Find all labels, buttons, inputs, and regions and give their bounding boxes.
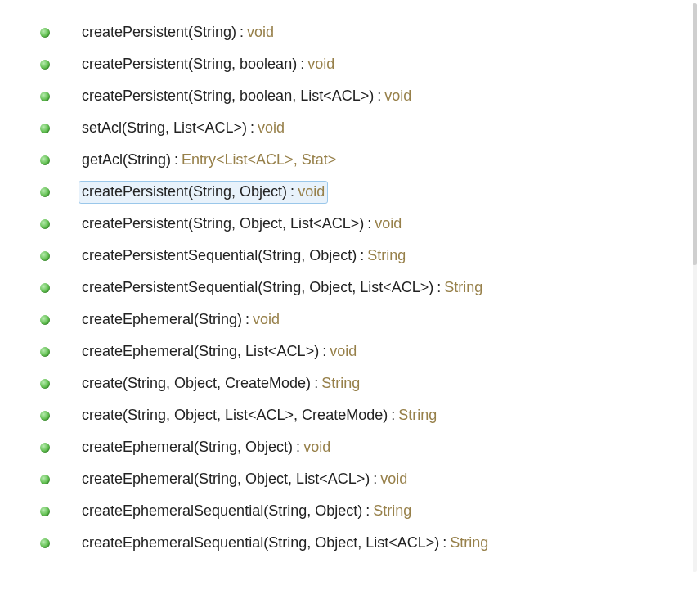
public-method-icon (39, 218, 51, 230)
outline-item-label: createEphemeral(String) : void (79, 309, 283, 331)
public-method-icon (39, 346, 51, 358)
outline-view: createPersistent(String) : void createPe… (0, 0, 700, 575)
outline-item[interactable]: createPersistent(String) : void (0, 16, 700, 48)
public-method-icon (39, 187, 51, 198)
outline-item-label: createPersistentSequential(String, Objec… (79, 277, 486, 300)
outline-item-label: createPersistent(String, Object) : void (79, 181, 328, 204)
outline-item[interactable]: createPersistent(String, boolean) : void (0, 48, 700, 80)
public-method-icon (39, 91, 51, 102)
public-method-icon (39, 282, 51, 294)
public-method-icon (39, 250, 51, 262)
outline-item-label: createPersistent(String) : void (79, 21, 277, 44)
outline-item-label: setAcl(String, List<ACL>) : void (79, 117, 288, 140)
outline-item[interactable]: createPersistent(String, Object, List<AC… (0, 208, 700, 240)
outline-item[interactable]: createPersistent(String, boolean, List<A… (0, 80, 700, 112)
public-method-icon (39, 155, 51, 166)
outline-item[interactable]: setAcl(String, List<ACL>) : void (0, 112, 700, 144)
outline-item[interactable]: createEphemeral(String, List<ACL>) : voi… (0, 336, 700, 367)
outline-item[interactable]: createPersistentSequential(String, Objec… (0, 240, 700, 272)
outline-item-label: create(String, Object, List<ACL>, Create… (79, 404, 440, 427)
outline-item[interactable]: createEphemeral(String, Object, List<ACL… (0, 463, 700, 495)
outline-item-label: createEphemeral(String, Object, List<ACL… (79, 468, 411, 491)
outline-item-label: createEphemeralSequential(String, Object… (79, 532, 491, 555)
outline-item[interactable]: getAcl(String) : Entry<List<ACL>, Stat> (0, 144, 700, 176)
outline-item[interactable]: createPersistentSequential(String, Objec… (0, 272, 700, 304)
outline-item[interactable]: createEphemeralSequential(String, Object… (0, 495, 700, 527)
outline-item-label: createEphemeral(String, Object) : void (79, 436, 334, 459)
outline-item[interactable]: createEphemeral(String, Object) : void (0, 431, 700, 463)
scrollbar-thumb[interactable] (693, 3, 697, 265)
public-method-icon (39, 474, 51, 485)
public-method-icon (39, 506, 51, 517)
outline-item-label: createPersistent(String, Object, List<AC… (79, 213, 405, 236)
public-method-icon (39, 314, 51, 326)
scrollbar[interactable] (693, 3, 697, 572)
outline-item[interactable]: createEphemeralSequential(String, Object… (0, 527, 700, 559)
public-method-icon (39, 27, 51, 38)
public-method-icon (39, 410, 51, 421)
outline-item[interactable]: createPersistent(String, Object) : void (0, 176, 700, 208)
outline-item-label: getAcl(String) : Entry<List<ACL>, Stat> (79, 149, 339, 172)
outline-item-label: createPersistent(String, boolean, List<A… (79, 85, 415, 108)
public-method-icon (39, 538, 51, 549)
outline-item[interactable]: create(String, Object, CreateMode) : Str… (0, 367, 700, 399)
outline-item-label: createEphemeralSequential(String, Object… (79, 500, 415, 523)
public-method-icon (39, 442, 51, 453)
public-method-icon (39, 378, 51, 390)
outline-item[interactable]: createEphemeral(String) : void (0, 304, 700, 336)
public-method-icon (39, 59, 51, 70)
outline-item-label: createEphemeral(String, List<ACL>) : voi… (79, 340, 360, 363)
outline-item-label: createPersistent(String, boolean) : void (79, 53, 338, 76)
public-method-icon (39, 123, 51, 134)
outline-item-label: create(String, Object, CreateMode) : Str… (79, 372, 363, 395)
outline-item[interactable]: create(String, Object, List<ACL>, Create… (0, 399, 700, 431)
outline-item-label: createPersistentSequential(String, Objec… (79, 245, 409, 268)
